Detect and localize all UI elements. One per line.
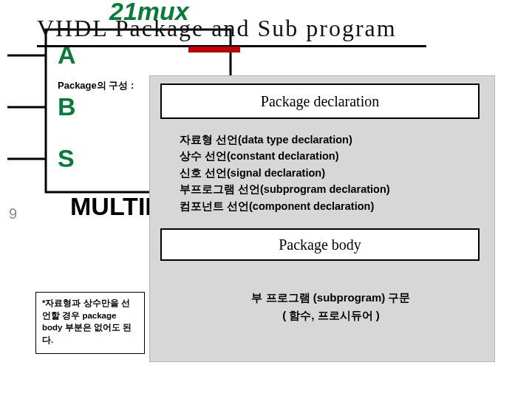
title-accent-bar: [188, 47, 240, 52]
decl-item: 신호 선언(signal declaration): [180, 165, 482, 181]
bg-index: 9: [9, 205, 17, 222]
slide-title: VHDL Package and Sub program: [37, 15, 426, 47]
package-body-items: 부 프로그램 (subprogram) 구문 ( 함수, 프로시듀어 ): [180, 289, 482, 324]
decl-item: 상수 선언(constant declaration): [180, 148, 482, 164]
decl-item: 부프로그램 선언(subprogram declaration): [180, 181, 482, 197]
decl-item: 컴포넌트 선언(component declaration): [180, 198, 482, 214]
package-body-note: *자료형과 상수만을 선언할 경우 package body 부분은 없어도 된…: [35, 292, 145, 354]
package-structure-label: Package의 구성 :: [58, 79, 134, 92]
package-declaration-items: 자료형 선언(data type declaration) 상수 선언(cons…: [180, 132, 482, 214]
package-declaration-heading: Package declaration: [160, 83, 480, 119]
body-item: 부 프로그램 (subprogram) 구문: [180, 289, 482, 307]
package-body-heading: Package body: [160, 228, 480, 261]
bg-port-b: B: [58, 92, 76, 121]
decl-item: 자료형 선언(data type declaration): [180, 132, 482, 148]
package-structure-box: Package declaration 자료형 선언(data type dec…: [149, 75, 495, 362]
body-item: ( 함수, 프로시듀어 ): [180, 307, 482, 324]
bg-port-s: S: [58, 144, 75, 173]
